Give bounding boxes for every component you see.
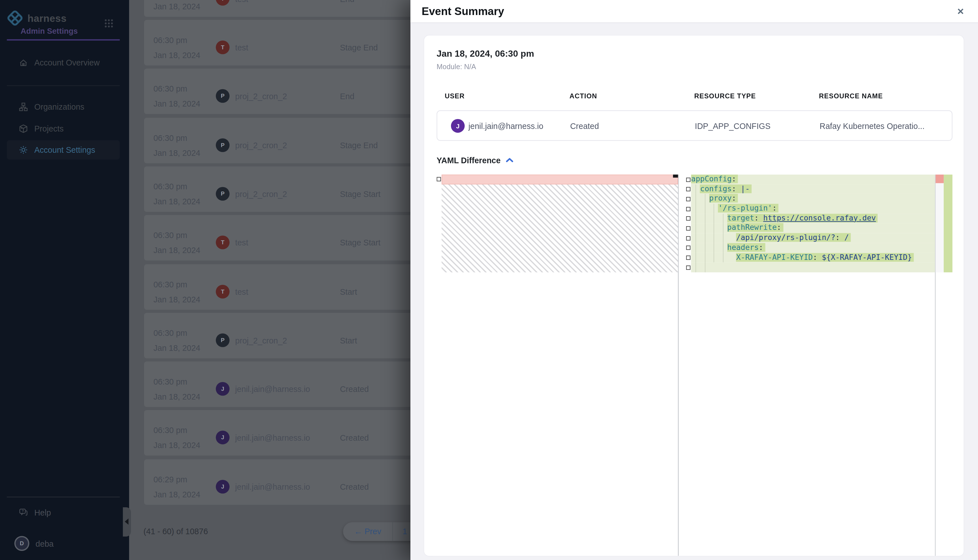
diff-gutter-marker[interactable]: [686, 236, 690, 240]
column-header-user: USER: [445, 92, 465, 100]
diff-collapsed-hatch: [441, 184, 678, 272]
diff-gutter-marker[interactable]: [686, 187, 690, 191]
event-table-row: J jenil.jain@harness.io Created IDP_APP_…: [436, 110, 953, 141]
user-menu[interactable]: D deba: [7, 534, 120, 553]
code-link[interactable]: https://console.rafay.dev: [763, 214, 876, 222]
code-token: :: [772, 204, 777, 213]
code-token: pathRewrite: [727, 223, 777, 232]
diff-gutter-marker[interactable]: [436, 177, 441, 182]
diff-code-line: target: https://console.rafay.dev: [691, 214, 935, 223]
page-number-1[interactable]: 1: [398, 522, 410, 541]
row-action: Created: [340, 433, 369, 443]
row-date: Jan 18, 2024: [154, 441, 200, 450]
diff-insert-overview-bar: [944, 175, 953, 272]
audit-table-row[interactable]: Jan 18, 2024TtestEnd: [144, 0, 410, 17]
row-time: 06:30 pm: [154, 182, 187, 191]
indent-guide: [714, 204, 714, 262]
diff-gutter-marker[interactable]: [686, 207, 690, 211]
diff-gutter-marker[interactable]: [686, 217, 690, 221]
diff-deleted-line: [441, 175, 678, 184]
harness-logo-icon[interactable]: [7, 10, 23, 27]
help-button[interactable]: ? Help: [7, 503, 120, 522]
diff-gutter-marker[interactable]: [686, 256, 690, 260]
row-time: 06:30 pm: [154, 85, 187, 94]
row-date: Jan 18, 2024: [154, 246, 200, 255]
diff-gutter-marker[interactable]: [686, 197, 690, 201]
audit-table-row[interactable]: 06:30 pmJan 18, 2024Pproj_2_cron_2Start: [144, 313, 410, 358]
row-avatar: P: [216, 333, 229, 347]
row-action: Created: [340, 385, 369, 394]
code-token: [736, 184, 741, 193]
sidebar-collapse-handle[interactable]: [123, 507, 131, 537]
sidebar-item-projects[interactable]: Projects: [7, 119, 120, 138]
row-action: Created: [570, 122, 599, 131]
yaml-diff-view[interactable]: appConfig: configs: |- proxy: '/rs-plugi…: [436, 175, 953, 556]
diff-marker-column: [935, 183, 944, 272]
row-action: Stage Start: [340, 238, 380, 247]
audit-trail-page: harness Admin Settings Account Overview …: [0, 0, 410, 560]
row-user: proj_2_cron_2: [235, 189, 287, 199]
drawer-title: Event Summary: [422, 5, 504, 18]
row-time: 06:30 pm: [154, 328, 187, 338]
row-time: 06:30 pm: [154, 231, 187, 240]
chevron-left-icon: [125, 518, 129, 525]
row-avatar: J: [451, 119, 465, 133]
drawer-header: Event Summary ×: [410, 0, 978, 23]
code-token: :: [812, 253, 817, 262]
sidebar-subtitle: Admin Settings: [21, 27, 78, 36]
column-header-resource-type: RESOURCE TYPE: [694, 92, 756, 100]
row-time: 06:30 pm: [154, 377, 187, 387]
code-token: ${X-RAFAY-API-KEYID}: [822, 253, 912, 262]
sidebar-item-account-overview[interactable]: Account Overview: [7, 53, 120, 72]
sidebar-item-organizations[interactable]: Organizations: [7, 97, 120, 117]
pagination-divider: [392, 522, 393, 541]
code-token: /: [844, 233, 849, 242]
audit-table-row[interactable]: 06:30 pmJan 18, 2024TtestStart: [144, 264, 410, 310]
diff-code-line: headers:: [691, 243, 935, 253]
row-user: proj_2_cron_2: [235, 140, 287, 150]
yaml-difference-toggle[interactable]: YAML Difference: [436, 155, 513, 165]
audit-table-row[interactable]: 06:30 pmJan 18, 2024Jjenil.jain@harness.…: [144, 362, 410, 407]
row-time: 06:30 pm: [154, 35, 187, 45]
pagination-range: (41 - 60) of 10876: [144, 527, 208, 536]
audit-table-row[interactable]: 06:30 pmJan 18, 2024TtestStage Start: [144, 215, 410, 261]
diff-gutter-marker[interactable]: [686, 226, 690, 230]
audit-table-row[interactable]: 06:30 pmJan 18, 2024Pproj_2_cron_2Stage …: [144, 118, 410, 163]
diff-code-line: configs: |-: [691, 184, 935, 194]
code-token: :: [732, 194, 736, 203]
event-datetime: Jan 18, 2024, 06:30 pm: [436, 49, 534, 59]
event-module: Module: N/A: [436, 63, 476, 70]
row-action: Stage End: [340, 43, 378, 52]
diff-gutter-marker[interactable]: [686, 177, 690, 182]
logo-text: harness: [27, 13, 67, 24]
code-token: /api/proxy/rs-plugin/?: [736, 233, 835, 242]
prev-page-button[interactable]: ← Prev: [343, 522, 392, 541]
row-user: jenil.jain@harness.io: [468, 122, 543, 131]
close-icon[interactable]: ×: [953, 4, 968, 19]
diff-scroll-corner: [673, 175, 678, 177]
column-header-resource-name: RESOURCE NAME: [819, 92, 883, 100]
row-action: Start: [340, 287, 357, 297]
row-user: test: [235, 43, 248, 52]
code-token: :: [835, 233, 840, 242]
diff-gutter-marker[interactable]: [686, 246, 690, 250]
audit-table-row[interactable]: 06:30 pmJan 18, 2024Pproj_2_cron_2End: [144, 69, 410, 115]
row-user: proj_2_cron_2: [235, 92, 287, 101]
yaml-difference-label: YAML Difference: [436, 156, 501, 165]
row-date: Jan 18, 2024: [154, 490, 200, 499]
audit-table-row[interactable]: 06:30 pmJan 18, 2024TtestStage End: [144, 20, 410, 65]
sidebar-item-account-settings[interactable]: Account Settings: [7, 140, 120, 160]
row-action: Created: [340, 482, 369, 492]
audit-table-row[interactable]: 06:29 pmJan 18, 2024Jjenil.jain@harness.…: [144, 459, 410, 505]
row-time: 06:30 pm: [154, 133, 187, 143]
audit-table-row[interactable]: 06:30 pmJan 18, 2024Pproj_2_cron_2Stage …: [144, 167, 410, 212]
row-avatar: J: [216, 480, 229, 493]
diff-code-line: X-RAFAY-API-KEYID: ${X-RAFAY-API-KEYID}: [691, 253, 935, 262]
diff-right-pane: appConfig: configs: |- proxy: '/rs-plugi…: [691, 175, 935, 272]
diff-gutter-marker[interactable]: [686, 265, 690, 270]
audit-table-row[interactable]: 06:30 pmJan 18, 2024Jjenil.jain@harness.…: [144, 410, 410, 456]
row-resource-name: Rafay Kubernetes Operatio...: [819, 122, 925, 131]
row-time: 06:30 pm: [154, 280, 187, 289]
module-grid-icon[interactable]: [105, 19, 113, 27]
indent-guide: [695, 184, 696, 272]
